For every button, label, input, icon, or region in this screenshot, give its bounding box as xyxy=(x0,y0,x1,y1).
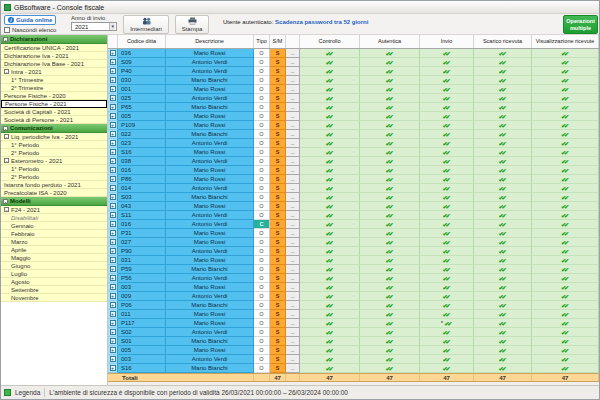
status-visualizzazione-cell[interactable]: ✔✔ xyxy=(532,274,599,283)
more-button[interactable]: ... xyxy=(286,229,300,238)
status-controllo-cell[interactable]: ✔✔ xyxy=(300,310,360,319)
status-invio-cell[interactable]: ✔✔ xyxy=(420,139,474,148)
company-code-cell[interactable]: P86 xyxy=(118,175,166,184)
expand-cell[interactable]: + xyxy=(108,364,118,373)
tipo-cell[interactable]: O xyxy=(254,148,270,157)
sidebar-item-istanza-fondo-perduto-2021[interactable]: Istanza fondo perduto - 2021 xyxy=(1,181,107,189)
sm-cell[interactable]: S xyxy=(270,85,286,94)
sidebar-item-1-periodo[interactable]: 1° Periodo xyxy=(1,141,107,149)
expand-cell[interactable]: + xyxy=(108,139,118,148)
tipo-cell[interactable]: O xyxy=(254,292,270,301)
sidebar-item-luglio[interactable]: Luglio xyxy=(1,270,107,278)
company-name-cell[interactable]: Mario Bianchi xyxy=(166,265,254,274)
status-visualizzazione-cell[interactable]: ✔✔ xyxy=(532,247,599,256)
status-controllo-cell[interactable]: ✔✔ xyxy=(300,121,360,130)
status-invio-cell[interactable]: ✔✔ xyxy=(420,283,474,292)
status-controllo-cell[interactable]: ✔✔ xyxy=(300,283,360,292)
sm-cell[interactable]: S xyxy=(270,337,286,346)
company-name-cell[interactable]: Mario Rossi xyxy=(166,319,254,328)
status-autentica-cell[interactable]: ✔✔ xyxy=(360,346,420,355)
expand-icon[interactable]: + xyxy=(110,68,116,74)
status-scarico-cell[interactable]: ✔✔ xyxy=(474,319,532,328)
checkbox-icon[interactable] xyxy=(4,27,10,33)
status-scarico-cell[interactable]: ✔✔ xyxy=(474,85,532,94)
expand-cell[interactable]: + xyxy=(108,328,118,337)
column-header-visualizzazione-ricevute[interactable]: Visualizzazione ricevute xyxy=(532,35,599,48)
status-scarico-cell[interactable]: ✔✔ xyxy=(474,328,532,337)
status-controllo-cell[interactable]: ✔✔ xyxy=(300,328,360,337)
status-scarico-cell[interactable]: ✔✔ xyxy=(474,130,532,139)
status-autentica-cell[interactable]: ✔✔ xyxy=(360,85,420,94)
column-header-expander[interactable] xyxy=(108,35,118,48)
sm-cell[interactable]: S xyxy=(270,49,286,58)
expand-cell[interactable]: + xyxy=(108,229,118,238)
status-invio-cell[interactable]: ✔✔ xyxy=(420,184,474,193)
expand-cell[interactable]: + xyxy=(108,148,118,157)
expand-icon[interactable]: + xyxy=(110,203,116,209)
status-scarico-cell[interactable]: ✔✔ xyxy=(474,184,532,193)
expand-icon[interactable]: + xyxy=(110,293,116,299)
sm-cell[interactable]: S xyxy=(270,346,286,355)
sidebar-item-societ-di-capitali-2021[interactable]: Società di Capitali - 2021 xyxy=(1,108,107,116)
company-name-cell[interactable]: Mario Bianchi xyxy=(166,193,254,202)
tipo-cell[interactable]: O xyxy=(254,310,270,319)
status-visualizzazione-cell[interactable]: ✔✔ xyxy=(532,346,599,355)
sidebar-item-disabilitati[interactable]: Disabilitati xyxy=(1,214,107,222)
status-scarico-cell[interactable]: ✔✔ xyxy=(474,274,532,283)
expand-cell[interactable]: + xyxy=(108,283,118,292)
status-autentica-cell[interactable]: ✔✔ xyxy=(360,355,420,364)
status-autentica-cell[interactable]: ✔✔ xyxy=(360,148,420,157)
status-autentica-cell[interactable]: ✔✔ xyxy=(360,220,420,229)
status-controllo-cell[interactable]: ✔✔ xyxy=(300,301,360,310)
status-scarico-cell[interactable]: ✔✔ xyxy=(474,292,532,301)
status-scarico-cell[interactable]: ✔✔ xyxy=(474,193,532,202)
status-controllo-cell[interactable]: ✔✔ xyxy=(300,319,360,328)
expand-cell[interactable]: + xyxy=(108,238,118,247)
sm-cell[interactable]: S xyxy=(270,229,286,238)
sidebar-item-intra-2021[interactable]: -Intra - 2021 xyxy=(1,68,107,76)
expand-cell[interactable]: + xyxy=(108,112,118,121)
status-autentica-cell[interactable]: ✔✔ xyxy=(360,229,420,238)
column-header-descrizione[interactable]: Descrizione xyxy=(166,35,254,48)
status-autentica-cell[interactable]: ✔✔ xyxy=(360,256,420,265)
status-visualizzazione-cell[interactable]: ✔✔ xyxy=(532,112,599,121)
status-visualizzazione-cell[interactable]: ✔✔ xyxy=(532,337,599,346)
tipo-cell[interactable]: O xyxy=(254,112,270,121)
stampa-button[interactable]: Stampa xyxy=(175,15,209,34)
expand-icon[interactable]: + xyxy=(110,275,116,281)
status-invio-cell[interactable]: ✔✔ xyxy=(420,301,474,310)
tipo-cell[interactable]: O xyxy=(254,85,270,94)
status-invio-cell[interactable]: ✔✔ xyxy=(420,346,474,355)
more-button[interactable]: ... xyxy=(286,328,300,337)
company-code-cell[interactable]: 025 xyxy=(118,94,166,103)
more-button[interactable]: ... xyxy=(286,346,300,355)
sidebar-item-1-periodo[interactable]: 1° Periodo xyxy=(1,165,107,173)
expand-icon[interactable]: + xyxy=(110,338,116,344)
tree-section-comunicazioni[interactable]: -Comunicazioni xyxy=(1,124,107,133)
tipo-cell[interactable]: O xyxy=(254,346,270,355)
status-invio-cell[interactable]: ✔✔ xyxy=(420,292,474,301)
status-autentica-cell[interactable]: ✔✔ xyxy=(360,67,420,76)
collapse-icon[interactable]: - xyxy=(3,37,8,42)
company-code-cell[interactable]: 016 xyxy=(118,166,166,175)
company-code-cell[interactable]: 027 xyxy=(118,238,166,247)
collapse-icon[interactable]: - xyxy=(3,126,8,131)
collapse-icon[interactable]: - xyxy=(4,158,9,163)
status-autentica-cell[interactable]: ✔✔ xyxy=(360,364,420,373)
sidebar-item-novembre[interactable]: Novembre xyxy=(1,294,107,302)
company-code-cell[interactable]: 030 xyxy=(118,76,166,85)
expand-icon[interactable]: + xyxy=(110,131,116,137)
more-button[interactable]: ... xyxy=(286,310,300,319)
expand-icon[interactable]: + xyxy=(110,329,116,335)
tipo-cell[interactable]: O xyxy=(254,355,270,364)
status-visualizzazione-cell[interactable]: ✔✔ xyxy=(532,166,599,175)
more-button[interactable]: ... xyxy=(286,130,300,139)
status-scarico-cell[interactable]: ✔✔ xyxy=(474,202,532,211)
expand-icon[interactable]: + xyxy=(110,86,116,92)
company-code-cell[interactable]: 005 xyxy=(118,112,166,121)
status-visualizzazione-cell[interactable]: ✔✔ xyxy=(532,256,599,265)
tipo-cell[interactable]: O xyxy=(254,184,270,193)
expand-cell[interactable]: + xyxy=(108,355,118,364)
expand-icon[interactable]: + xyxy=(110,212,116,218)
status-autentica-cell[interactable]: ✔✔ xyxy=(360,328,420,337)
